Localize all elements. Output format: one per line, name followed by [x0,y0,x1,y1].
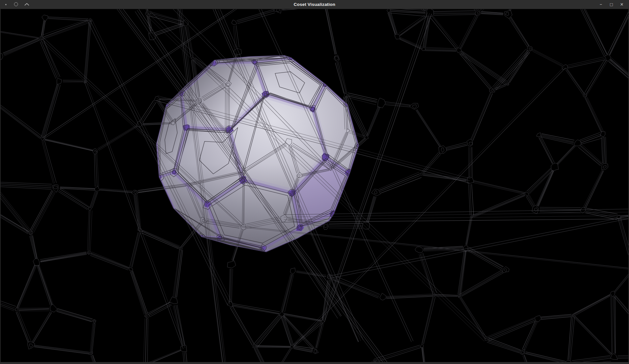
maximize-button[interactable]: □ [606,0,617,9]
window-title: Coset Visualization [42,0,586,9]
chevron-up-icon[interactable] [24,3,29,6]
viewport-3d[interactable] [1,9,628,362]
menu-dot-icon [5,4,7,5]
window-bottom-border [0,362,629,364]
app-window: Coset Visualization – □ ✕ [0,0,629,364]
titlebar: Coset Visualization – □ ✕ [0,0,629,9]
close-button[interactable]: ✕ [617,0,627,9]
titlebar-left-icons [0,0,42,9]
window-controls: – □ ✕ [586,0,629,9]
coset-scene-canvas [1,9,628,362]
circle-icon[interactable] [14,2,18,6]
minimize-button[interactable]: – [596,0,606,9]
